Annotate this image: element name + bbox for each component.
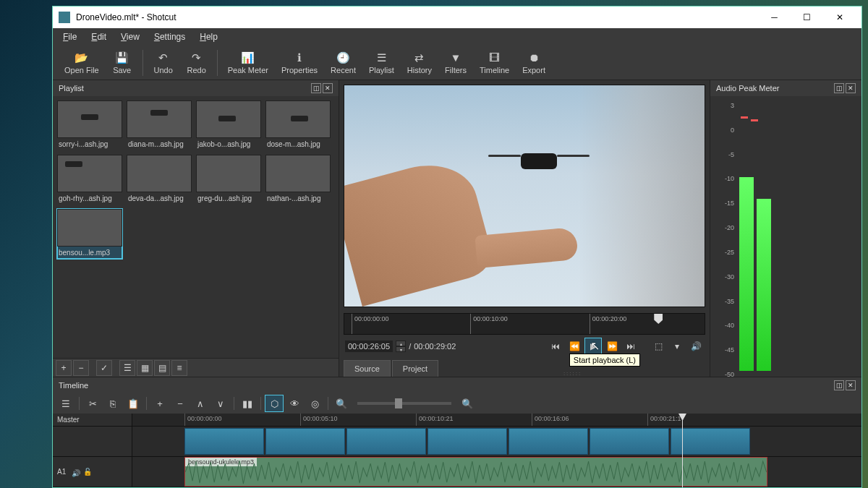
meter-label: -10 (725, 175, 734, 182)
scrubber-playhead[interactable] (654, 314, 663, 324)
tab-source[interactable]: Source (344, 360, 391, 377)
lock-icon[interactable]: 🔓 (83, 468, 92, 476)
timeline-playhead[interactable] (682, 414, 683, 487)
menu-file[interactable]: File (57, 30, 82, 44)
tl-split-button[interactable]: ▮▮ (239, 395, 256, 411)
skip-end-button[interactable]: ⏭ (623, 338, 639, 354)
video-clip[interactable] (184, 428, 264, 455)
track-head-a1[interactable]: A1 🔊 🔓 (53, 457, 132, 487)
video-clip[interactable] (509, 428, 588, 455)
playlist-item[interactable]: bensou...le.mp3 (57, 209, 122, 259)
forward-button[interactable]: ⏩ (604, 338, 620, 354)
volume-button[interactable]: 🔊 (688, 338, 704, 354)
playlist-grid[interactable]: sorry-i...ash.jpgdiana-m...ash.jpgjakob-… (53, 96, 339, 358)
skip-start-button[interactable]: ⏮ (548, 338, 563, 354)
tl-cut-button[interactable]: ✂ (84, 395, 101, 411)
scrubber[interactable]: 00:00:00:00 00:00:10:00 00:00:20:00 (344, 313, 705, 335)
track-head-v1[interactable] (53, 427, 132, 457)
toolbar-filters-button[interactable]: ▼Filters (439, 50, 472, 76)
video-clip[interactable] (346, 428, 426, 455)
menu-settings[interactable]: Settings (148, 30, 191, 44)
playlist-item[interactable]: goh-rhy...ash.jpg (57, 155, 122, 205)
toolbar-open-file-button[interactable]: 📂Open File (59, 50, 105, 76)
tl-lift-button[interactable]: ∧ (192, 395, 209, 411)
tl-copy-button[interactable]: ⎘ (104, 395, 122, 411)
tl-remove-button[interactable]: − (171, 395, 189, 411)
playlist-item[interactable]: jakob-o...ash.jpg (196, 100, 261, 150)
playlist-float-button[interactable]: ◫ (311, 83, 321, 93)
mouse-cursor-icon: ↖ (590, 339, 600, 353)
resize-handle[interactable]: :::::: (440, 370, 705, 377)
playlist-add-button[interactable]: + (56, 360, 72, 376)
video-clip[interactable] (427, 428, 507, 455)
tl-menu-button[interactable]: ☰ (57, 395, 75, 411)
scrubber-tick: 00:00:10:00 (470, 314, 510, 334)
zoom-button[interactable]: ⬚ (650, 338, 666, 354)
minimize-button[interactable]: ─ (758, 7, 791, 28)
playlist-item[interactable]: greg-du...ash.jpg (196, 155, 261, 205)
playlist-view-details-button[interactable]: ≡ (171, 360, 187, 376)
playlist-view-list-button[interactable]: ☰ (119, 360, 135, 376)
rewind-button[interactable]: ⏪ (566, 338, 582, 354)
meter-label: 3 (731, 102, 734, 109)
menu-edit[interactable]: Edit (85, 30, 112, 44)
toolbar-save-button[interactable]: 💾Save (106, 50, 138, 76)
preview-viewport[interactable] (344, 85, 705, 307)
tl-append-button[interactable]: + (151, 395, 169, 411)
ruler-tick: 00:00:16:06 (532, 414, 571, 426)
maximize-button[interactable]: ☐ (791, 7, 823, 28)
timeline-close-button[interactable]: ✕ (846, 380, 856, 390)
toolbar-properties-button[interactable]: ℹProperties (276, 50, 323, 76)
playlist-title: Playlist (59, 84, 84, 93)
toolbar-playlist-button[interactable]: ☰Playlist (363, 50, 400, 76)
playlist-item[interactable]: nathan-...ash.jpg (265, 155, 331, 205)
close-button[interactable]: ✕ (823, 7, 856, 28)
toolbar-export-button[interactable]: ⏺Export (516, 50, 551, 76)
speaker-icon[interactable]: 🔊 (72, 469, 80, 477)
playlist-remove-button[interactable]: − (73, 360, 89, 376)
audio-track[interactable]: bensound-ukulele.mp3 (132, 457, 861, 487)
toolbar-undo-button[interactable]: ↶Undo (148, 50, 179, 76)
tl-paste-button[interactable]: 📋 (124, 395, 142, 411)
tl-zoom-slider[interactable] (357, 402, 451, 405)
meter-float-button[interactable]: ◫ (834, 83, 844, 93)
timeline-float-button[interactable]: ◫ (834, 380, 844, 390)
playlist-item[interactable]: deva-da...ash.jpg (127, 155, 192, 205)
tl-snap-button[interactable]: ⬡ (265, 395, 283, 411)
playlist-close-button[interactable]: ✕ (323, 83, 333, 93)
toolbar-peak-meter-button[interactable]: 📊Peak Meter (222, 50, 274, 76)
playlist-item[interactable]: dose-m...ash.jpg (265, 100, 331, 150)
video-clip[interactable] (590, 428, 669, 455)
toolbar-recent-button[interactable]: 🕘Recent (325, 50, 362, 76)
playlist-view-tiles-button[interactable]: ▤ (154, 360, 170, 376)
toolbar-history-button[interactable]: ⇄History (401, 50, 438, 76)
meter-header: Audio Peak Meter ◫ ✕ (710, 80, 861, 96)
playlist-item[interactable]: diana-m...ash.jpg (127, 100, 192, 150)
video-track[interactable] (132, 427, 861, 457)
track-head-master[interactable]: Master (53, 414, 132, 427)
meter-label: -25 (725, 249, 734, 256)
timecode-down[interactable]: ▾ (396, 346, 406, 352)
tl-scrub-button[interactable]: 👁 (286, 395, 303, 411)
playlist-item[interactable]: sorry-i...ash.jpg (57, 100, 122, 150)
tl-zoomin-button[interactable]: 🔍 (459, 395, 476, 411)
meter-close-button[interactable]: ✕ (846, 83, 856, 93)
tl-zoomout-button[interactable]: 🔍 (333, 395, 350, 411)
playlist-check-button[interactable]: ✓ (96, 360, 112, 376)
toolbar-timeline-button[interactable]: 🎞Timeline (474, 50, 515, 76)
menu-help[interactable]: Help (194, 30, 224, 44)
playlist-view-grid-button[interactable]: ▦ (137, 360, 153, 376)
audio-clip[interactable]: bensound-ukulele.mp3 (184, 457, 767, 487)
main-toolbar: 📂Open File💾Save↶Undo↷Redo📊Peak MeterℹPro… (53, 46, 861, 80)
video-clip[interactable] (265, 428, 345, 455)
toolbar-redo-button[interactable]: ↷Redo (181, 50, 213, 76)
tab-project[interactable]: Project (392, 360, 438, 377)
audio-peak-meter: 30-5-10-15-20-25-30-35-40-45-50 (710, 96, 861, 377)
zoom-menu-button[interactable]: ▾ (669, 338, 685, 354)
timecode-current[interactable]: 00:00:26:05 (345, 341, 393, 352)
timeline-ruler[interactable]: 00:00:00:0000:00:05:1000:00:10:2100:00:1… (132, 414, 861, 427)
menu-view[interactable]: View (115, 30, 145, 44)
tl-overwrite-button[interactable]: ∨ (212, 395, 229, 411)
timecode-up[interactable]: ▴ (396, 341, 406, 346)
tl-ripple-button[interactable]: ◎ (306, 395, 323, 411)
